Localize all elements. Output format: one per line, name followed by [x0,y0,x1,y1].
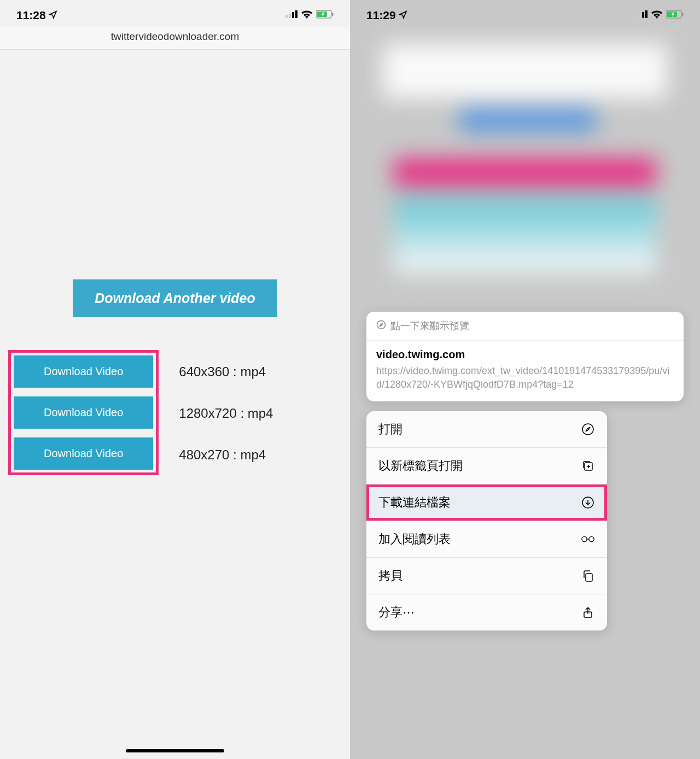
plus-square-icon [581,459,595,473]
location-arrow-icon [49,9,57,22]
svg-rect-10 [645,10,648,18]
compass-icon [376,320,386,332]
status-bar-left: 11:28 [0,0,350,27]
preview-hint-row[interactable]: 點一下來顯示預覽 [366,312,684,341]
svg-rect-3 [295,10,298,18]
compass-icon [581,422,595,436]
menu-open-new-tab-label: 以新標籤頁打開 [378,458,463,474]
browser-url-bar[interactable]: twittervideodownloader.com [0,27,350,50]
signal-icon [285,10,298,20]
home-indicator-left[interactable] [126,749,224,752]
menu-reading-list-label: 加入閱讀列表 [378,531,451,547]
resolution-label-1: 640x360 : mp4 [179,355,273,388]
status-icons-right [635,10,684,21]
menu-download-link-label: 下載連結檔案 [378,494,451,511]
time-text: 11:28 [16,9,46,22]
left-phone-screen: 11:28 twittervideodownloader.com Downloa… [0,0,350,759]
svg-rect-13 [682,13,684,16]
wifi-icon [651,10,663,21]
resolution-label-2: 1280x720 : mp4 [179,397,273,430]
status-icons-left [285,10,334,21]
context-menu: 打開 以新標籤頁打開 下載連結檔案 加入閱讀列表 拷貝 [366,411,607,630]
location-arrow-icon [399,9,407,22]
status-time-right: 11:29 [366,9,407,22]
svg-point-21 [589,537,594,542]
svg-rect-2 [292,12,294,18]
battery-icon [316,10,334,21]
download-another-button[interactable]: Download Another video [73,279,277,317]
menu-open-label: 打開 [378,421,402,437]
svg-rect-22 [586,574,592,581]
signal-icon [635,10,648,20]
svg-rect-6 [332,13,334,16]
svg-rect-7 [635,15,638,18]
download-circle-icon [581,495,595,510]
preview-full-url: https://video.twimg.com/ext_tw_video/141… [376,364,674,392]
download-video-button-1[interactable]: Download Video [14,355,153,388]
svg-marker-17 [586,427,590,431]
download-video-button-3[interactable]: Download Video [14,437,153,470]
right-phone-screen: 11:29 點一下來顯示預覽 video.twimg [350,0,700,759]
preview-domain: video.twimg.com [376,348,674,361]
copy-icon [581,569,595,583]
menu-share-label: 分享⋯ [378,604,415,621]
svg-marker-15 [380,323,383,326]
svg-point-16 [582,424,593,435]
resolution-label-3: 480x270 : mp4 [179,439,273,471]
menu-download-link[interactable]: 下載連結檔案 [366,484,607,521]
wifi-icon [301,10,313,21]
time-text: 11:29 [366,9,396,22]
menu-open-new-tab[interactable]: 以新標籤頁打開 [366,448,607,484]
glasses-icon [581,532,595,546]
svg-rect-8 [639,14,641,18]
battery-icon [666,10,684,21]
svg-point-20 [582,537,587,542]
highlighted-download-group: Download Video Download Video Download V… [8,350,159,475]
menu-copy[interactable]: 拷貝 [366,558,607,594]
menu-open[interactable]: 打開 [366,411,607,448]
status-time-left: 11:28 [16,9,57,22]
svg-rect-0 [285,15,288,18]
svg-rect-9 [642,12,644,18]
preview-url-section: video.twimg.com https://video.twimg.com/… [366,341,684,401]
link-preview-card[interactable]: 點一下來顯示預覽 video.twimg.com https://video.t… [366,312,684,401]
status-bar-right: 11:29 [350,0,700,27]
menu-share[interactable]: 分享⋯ [366,594,607,630]
svg-rect-1 [289,14,291,18]
download-video-button-2[interactable]: Download Video [14,396,153,429]
menu-copy-label: 拷貝 [378,568,402,584]
preview-hint-text: 點一下來顯示預覽 [390,319,469,332]
share-icon [581,605,595,620]
menu-reading-list[interactable]: 加入閱讀列表 [366,521,607,558]
